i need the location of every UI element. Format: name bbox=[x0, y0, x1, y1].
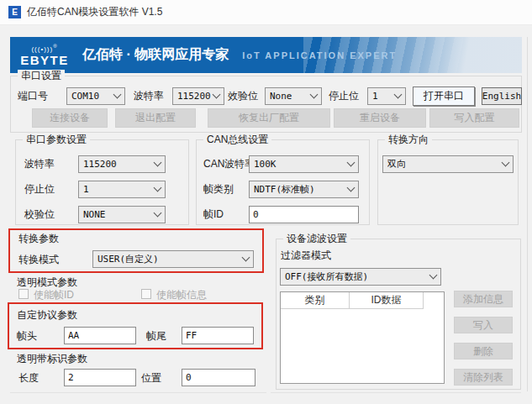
banner-title-en: IoT APPLICATION EXPERT bbox=[242, 50, 397, 60]
serial-baud-combobox[interactable]: 115200 bbox=[78, 155, 166, 173]
exit-config-button[interactable]: 退出配置 bbox=[115, 108, 196, 128]
delete-button[interactable]: 删除 bbox=[454, 343, 513, 359]
group-serial-settings-title: 串口设置 bbox=[18, 70, 65, 82]
serial-parity-combobox[interactable]: NONE bbox=[78, 206, 166, 223]
open-serial-button[interactable]: 打开串口 bbox=[413, 87, 475, 106]
connect-device-button[interactable]: 连接设备 bbox=[32, 108, 108, 128]
chevron-down-icon bbox=[347, 159, 356, 167]
right-panel-bottom-edge bbox=[271, 392, 521, 393]
chevron-down-icon bbox=[394, 91, 403, 99]
parity-label: 效验位 bbox=[228, 90, 258, 102]
frame-header-label: 帧头 bbox=[17, 330, 37, 343]
serial-parity-label: 校验位 bbox=[24, 208, 55, 221]
frame-id-label: 帧ID bbox=[203, 208, 224, 221]
position-input[interactable] bbox=[182, 369, 255, 386]
length-label: 长度 bbox=[18, 372, 39, 385]
serial-stopbit-combobox[interactable]: 1 bbox=[78, 181, 166, 198]
group-can-bus-title: CAN总线设置 bbox=[203, 134, 271, 146]
transparent-id-title: 透明带标识参数 bbox=[17, 353, 87, 365]
filter-mode-combobox[interactable]: OFF(接收所有数据) bbox=[280, 268, 441, 286]
antenna-icon: (((•)))® bbox=[18, 44, 71, 53]
group-can-bus: CAN总线设置 CAN波特率 100K 帧类别 NDTF(标准帧) 帧ID bbox=[196, 139, 370, 225]
group-filter-settings: 设备滤波设置 过滤器模式 OFF(接收所有数据) 类别 ID数据 bbox=[276, 239, 521, 390]
filter-table-header-id-data[interactable]: ID数据 bbox=[350, 292, 424, 309]
group-serial-settings: 串口设置 端口号 COM10 波特率 115200 效验位 None 停止位 1… bbox=[10, 76, 522, 133]
banner-title-cn: 亿佰特 · 物联网应用专家 bbox=[82, 46, 229, 64]
ebyte-logo: (((•)))® EBYTE bbox=[18, 44, 71, 67]
group-direction: 转换方向 双向 bbox=[377, 139, 519, 225]
add-info-button[interactable]: 添加信息 bbox=[454, 291, 513, 307]
window-title: 亿佰特CAN模块设置软件 V1.5 bbox=[27, 5, 162, 19]
parity-combobox[interactable]: None bbox=[265, 87, 322, 105]
enable-frame-info-checkbox[interactable] bbox=[141, 289, 151, 299]
app-icon: E bbox=[8, 6, 21, 18]
english-button[interactable]: English bbox=[482, 87, 522, 105]
port-label: 端口号 bbox=[18, 90, 48, 102]
write-button[interactable]: 写入 bbox=[454, 317, 513, 333]
filter-table-header-category[interactable]: 类别 bbox=[281, 292, 350, 309]
serial-baud-label: 波特率 bbox=[24, 158, 55, 171]
frame-type-label: 帧类别 bbox=[203, 183, 234, 196]
port-combobox[interactable]: COM10 bbox=[66, 87, 125, 105]
left-panel-bottom-edge bbox=[10, 392, 266, 393]
enable-frame-id-checkbox[interactable] bbox=[18, 289, 29, 299]
direction-combobox[interactable]: 双向 bbox=[382, 155, 514, 173]
factory-reset-button[interactable]: 恢复出厂配置 bbox=[208, 108, 330, 128]
stopbit-label: 停止位 bbox=[329, 90, 359, 102]
filter-mode-label: 过滤器模式 bbox=[281, 249, 331, 262]
restart-device-button[interactable]: 重启设备 bbox=[334, 108, 426, 128]
brand-text: EBYTE bbox=[18, 54, 71, 66]
right-panel-edge bbox=[527, 37, 528, 391]
can-baud-label: CAN波特率 bbox=[203, 158, 255, 171]
group-filter-settings-title: 设备滤波设置 bbox=[283, 233, 350, 245]
chevron-down-icon bbox=[502, 159, 510, 167]
clear-list-button[interactable]: 清除列表 bbox=[454, 369, 513, 386]
app-window: E 亿佰特CAN模块设置软件 V1.5 (((•)))® EBYTE 亿佰特 ·… bbox=[0, 0, 532, 404]
conversion-params-title: 转换参数 bbox=[18, 233, 59, 245]
conversion-mode-label: 转换模式 bbox=[18, 254, 59, 266]
chevron-down-icon bbox=[154, 184, 162, 192]
chevron-down-icon bbox=[429, 271, 438, 280]
brand-banner: (((•)))® EBYTE 亿佰特 · 物联网应用专家 IoT APPLICA… bbox=[10, 37, 522, 73]
chevron-down-icon bbox=[310, 91, 319, 99]
chevron-down-icon bbox=[113, 91, 122, 99]
custom-protocol-title: 自定协议参数 bbox=[17, 309, 77, 322]
frame-id-input[interactable] bbox=[249, 206, 359, 223]
chevron-down-icon bbox=[347, 184, 356, 192]
enable-frame-id-label: 使能帧ID bbox=[34, 288, 74, 302]
baud-combobox[interactable]: 115200 bbox=[172, 87, 224, 105]
group-serial-params-title: 串口参数设置 bbox=[23, 134, 90, 146]
stopbit-combobox[interactable]: 1 bbox=[367, 87, 406, 105]
chevron-down-icon bbox=[154, 209, 162, 218]
enable-frame-info-label: 使能帧信息 bbox=[156, 288, 207, 302]
baud-label: 波特率 bbox=[134, 90, 164, 102]
chevron-down-icon bbox=[213, 91, 221, 99]
can-baud-combobox[interactable]: 100K bbox=[249, 155, 359, 173]
conversion-mode-combobox[interactable]: USER(自定义) bbox=[92, 250, 254, 268]
filter-table[interactable]: 类别 ID数据 bbox=[280, 291, 445, 384]
chevron-down-icon bbox=[154, 159, 162, 167]
frame-header-input[interactable] bbox=[64, 327, 136, 344]
transparent-mode-title: 透明模式参数 bbox=[17, 276, 77, 289]
position-label: 位置 bbox=[141, 372, 161, 385]
frame-tail-input[interactable] bbox=[182, 327, 254, 344]
length-input[interactable] bbox=[64, 369, 136, 386]
write-config-button[interactable]: 写入配置 bbox=[429, 108, 519, 128]
frame-tail-label: 帧尾 bbox=[146, 330, 166, 343]
chevron-down-icon bbox=[242, 254, 250, 262]
group-serial-params: 串口参数设置 波特率 115200 停止位 1 校验位 NONE bbox=[15, 139, 189, 225]
title-bar: E 亿佰特CAN模块设置软件 V1.5 bbox=[0, 0, 532, 25]
group-direction-title: 转换方向 bbox=[385, 134, 432, 146]
frame-type-combobox[interactable]: NDTF(标准帧) bbox=[249, 181, 359, 198]
serial-stopbit-label: 停止位 bbox=[24, 183, 55, 196]
